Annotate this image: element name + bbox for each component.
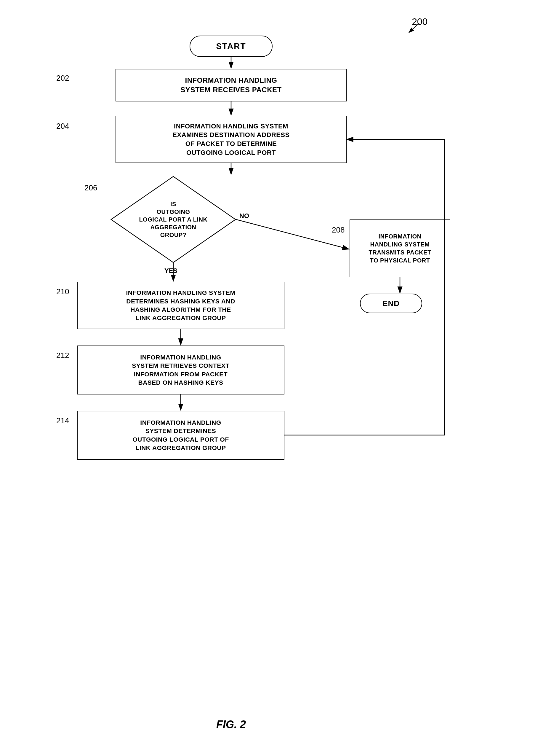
process-212: INFORMATION HANDLING SYSTEM RETRIEVES CO… [77, 346, 285, 395]
process-202: INFORMATION HANDLING SYSTEM RECEIVES PAC… [116, 69, 347, 101]
process-210: INFORMATION HANDLING SYSTEM DETERMINES H… [77, 282, 285, 329]
decision-206: IS OUTGOING LOGICAL PORT A LINK AGGREGAT… [110, 175, 237, 264]
process-214: INFORMATION HANDLING SYSTEM DETERMINES O… [77, 411, 285, 460]
process-208: INFORMATION HANDLING SYSTEM TRANSMITS PA… [350, 220, 450, 277]
no-label: NO [240, 212, 249, 220]
yes-label: YES [164, 267, 178, 275]
ref-210: 210 [56, 287, 69, 296]
ref-212: 212 [56, 351, 69, 360]
diagram-ref: 200 [412, 16, 427, 27]
start-terminal: START [189, 35, 273, 57]
diagram-container: 200 START 202 INFORMATION HANDLING SYSTE… [0, 0, 538, 756]
decision-206-text: IS OUTGOING LOGICAL PORT A LINK AGGREGAT… [110, 175, 237, 264]
figure-caption: FIG. 2 [216, 718, 246, 731]
ref-204: 204 [56, 122, 69, 131]
ref-206: 206 [84, 183, 97, 193]
ref-202: 202 [56, 74, 69, 83]
end-terminal: END [360, 294, 422, 313]
ref-208: 208 [332, 225, 345, 235]
ref-214: 214 [56, 416, 69, 425]
process-204: INFORMATION HANDLING SYSTEM EXAMINES DES… [116, 116, 347, 163]
